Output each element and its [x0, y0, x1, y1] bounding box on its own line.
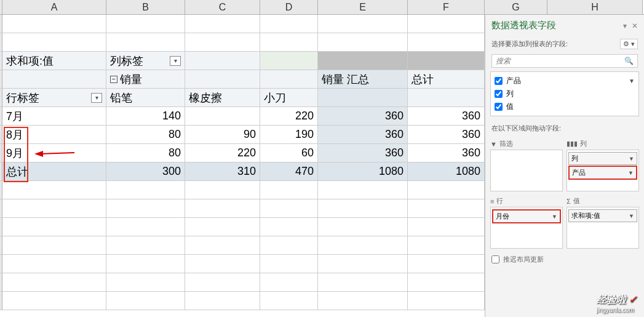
col-header-D[interactable]: D: [260, 0, 318, 14]
search-placeholder: 搜索: [496, 56, 624, 66]
cell[interactable]: [260, 33, 318, 51]
area-pill[interactable]: 求和项:值▼: [568, 209, 637, 222]
cell[interactable]: [185, 33, 260, 51]
pivot-value[interactable]: 80: [106, 126, 185, 143]
cell-selected-active[interactable]: [260, 52, 318, 70]
cell[interactable]: [260, 15, 318, 33]
pivot-value[interactable]: 220: [260, 107, 318, 125]
cell[interactable]: [2, 33, 106, 51]
cell[interactable]: [185, 70, 260, 88]
pivot-value[interactable]: 220: [185, 144, 260, 162]
value-dropzone[interactable]: 求和项:值▼: [566, 207, 639, 249]
cell[interactable]: [408, 15, 485, 33]
pivot-subtotal[interactable]: 360: [318, 107, 408, 125]
pivot-grand-subtotal[interactable]: 1080: [318, 163, 408, 180]
row-dropzone[interactable]: 月份▼: [490, 207, 563, 249]
field-name: 列: [506, 89, 514, 99]
pivot-rowtotal[interactable]: 360: [408, 126, 485, 143]
area-pill[interactable]: 列▼: [568, 152, 637, 165]
pivot-subtotal[interactable]: 360: [318, 144, 408, 162]
area-pill-month[interactable]: 月份▼: [492, 209, 561, 223]
field-list: 产品 ▼ 列 值: [490, 71, 639, 116]
pivot-subtotal[interactable]: 360: [318, 126, 408, 143]
pivot-grand-value[interactable]: 310: [185, 163, 260, 180]
pivot-grand-value[interactable]: 470: [260, 163, 318, 180]
pivot-sales-group[interactable]: − 销量: [106, 70, 185, 88]
pivot-value[interactable]: 90: [185, 126, 260, 143]
row-labels-dropdown[interactable]: [91, 93, 102, 103]
cell[interactable]: [408, 33, 485, 51]
col-labels-dropdown[interactable]: [170, 56, 181, 66]
pivot-value[interactable]: 60: [260, 144, 318, 162]
pivot-grand-total-row[interactable]: 总计: [2, 163, 106, 180]
product-header[interactable]: 橡皮擦: [185, 89, 260, 106]
pivot-row-month[interactable]: 8月: [2, 126, 106, 143]
field-name: 产品: [506, 76, 521, 86]
cell[interactable]: [408, 89, 485, 106]
field-name: 值: [506, 102, 514, 112]
col-labels-text: 列标签: [110, 54, 143, 68]
panel-dropdown-icon[interactable]: ▾: [623, 22, 627, 30]
field-item[interactable]: 列: [492, 87, 637, 100]
pivot-row-month[interactable]: 7月: [2, 107, 106, 125]
col-header-A[interactable]: A: [2, 0, 106, 14]
col-header-G[interactable]: G: [485, 0, 547, 14]
field-checkbox[interactable]: [495, 103, 503, 111]
area-pill-product[interactable]: 产品▼: [568, 166, 637, 180]
col-header-B[interactable]: B: [106, 0, 185, 14]
pivot-value[interactable]: 140: [106, 107, 185, 125]
cell[interactable]: [260, 70, 318, 88]
chevron-down-icon[interactable]: ▼: [629, 78, 635, 84]
field-checkbox[interactable]: [495, 90, 503, 98]
gear-icon[interactable]: ⚙ ▾: [620, 39, 638, 49]
cell[interactable]: [106, 33, 185, 51]
watermark: 经验啦 ✓ jingyanla.com: [597, 294, 637, 313]
field-item[interactable]: 产品 ▼: [492, 74, 637, 87]
panel-close-icon[interactable]: ✕: [632, 22, 638, 30]
pivot-rowtotal[interactable]: 360: [408, 144, 485, 162]
col-header-H[interactable]: H: [547, 0, 643, 14]
pivot-sales-total-header[interactable]: 销量 汇总: [318, 70, 408, 88]
field-checkbox[interactable]: [495, 77, 503, 85]
col-header-E[interactable]: E: [318, 0, 408, 14]
pivot-grand-total[interactable]: 1080: [408, 163, 485, 180]
spreadsheet-grid[interactable]: 求和项:值 列标签 − 销量 销量 汇总 总计 行标签 铅笔 橡皮擦 小刀: [0, 15, 485, 317]
cell[interactable]: [185, 15, 260, 33]
cell[interactable]: [318, 15, 408, 33]
pivot-row-labels[interactable]: 行标签: [2, 89, 106, 106]
pivot-col-labels[interactable]: 列标签: [106, 52, 185, 70]
value-area: Σ值 求和项:值▼: [566, 195, 639, 249]
col-header-F[interactable]: F: [408, 0, 485, 14]
column-headers: A B C D E F G H: [0, 0, 644, 15]
cell-selected[interactable]: [408, 52, 485, 70]
cell[interactable]: [106, 15, 185, 33]
pivot-value[interactable]: 80: [106, 144, 185, 162]
cell[interactable]: [318, 33, 408, 51]
cell[interactable]: [318, 89, 408, 106]
field-item[interactable]: 值: [492, 100, 637, 113]
cell[interactable]: [185, 52, 260, 70]
search-input[interactable]: 搜索 🔍: [491, 54, 638, 68]
cell[interactable]: [2, 15, 106, 33]
filter-area: ▼筛选: [490, 138, 563, 191]
values-icon: Σ: [566, 198, 571, 205]
col-header-C[interactable]: C: [185, 0, 260, 14]
pivot-grand-value[interactable]: 300: [106, 163, 185, 180]
pivot-grand-total-header[interactable]: 总计: [408, 70, 485, 88]
pivot-value[interactable]: [185, 107, 260, 125]
filter-dropzone[interactable]: [490, 150, 563, 191]
pivot-value[interactable]: 190: [260, 126, 318, 143]
pivot-sum-label[interactable]: 求和项:值: [2, 52, 106, 70]
watermark-url: jingyanla.com: [597, 307, 637, 313]
cell[interactable]: [2, 70, 106, 88]
panel-title: 数据透视表字段: [491, 20, 618, 31]
defer-checkbox[interactable]: [491, 255, 499, 263]
column-dropzone[interactable]: 列▼ 产品▼: [566, 150, 639, 191]
product-header[interactable]: 小刀: [260, 89, 318, 106]
pivot-row-month[interactable]: 9月: [2, 144, 106, 162]
pivot-rowtotal[interactable]: 360: [408, 107, 485, 125]
product-header[interactable]: 铅笔: [106, 89, 185, 106]
cell-selected[interactable]: [318, 52, 408, 70]
collapse-icon[interactable]: −: [110, 76, 117, 83]
panel-title-bar: 数据透视表字段 ▾ ✕: [485, 15, 644, 36]
